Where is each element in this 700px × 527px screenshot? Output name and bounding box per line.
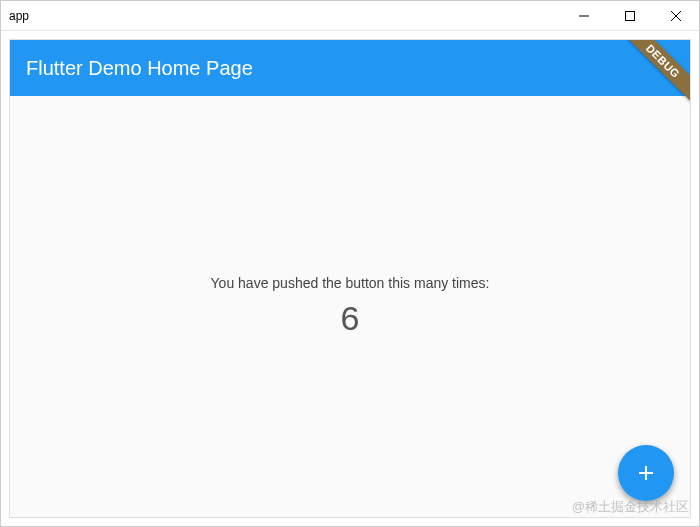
- os-window: app DEBUG Flutter Demo Home Page You hav…: [0, 0, 700, 527]
- maximize-icon: [625, 11, 635, 21]
- app-frame: DEBUG Flutter Demo Home Page You have pu…: [9, 39, 691, 518]
- client-area: DEBUG Flutter Demo Home Page You have pu…: [1, 31, 699, 526]
- minimize-icon: [579, 11, 589, 21]
- window-title: app: [9, 9, 29, 23]
- body-content: You have pushed the button this many tim…: [10, 96, 690, 517]
- minimize-button[interactable]: [561, 1, 607, 30]
- svg-rect-1: [626, 11, 635, 20]
- counter-value: 6: [341, 299, 360, 338]
- window-controls: [561, 1, 699, 30]
- close-button[interactable]: [653, 1, 699, 30]
- titlebar[interactable]: app: [1, 1, 699, 31]
- fab-increment-button[interactable]: [618, 445, 674, 501]
- maximize-button[interactable]: [607, 1, 653, 30]
- counter-prompt-text: You have pushed the button this many tim…: [211, 275, 490, 291]
- appbar: Flutter Demo Home Page: [10, 40, 690, 96]
- appbar-title: Flutter Demo Home Page: [26, 57, 253, 80]
- close-icon: [671, 11, 681, 21]
- add-icon: [634, 461, 658, 485]
